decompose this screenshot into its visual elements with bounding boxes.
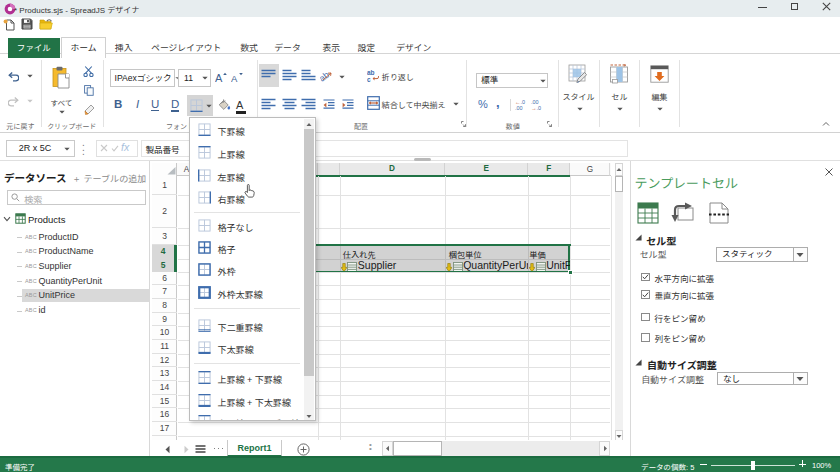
svg-text:ab: ab [320,70,331,82]
svg-text:c: c [367,76,371,83]
svg-text:A: A [231,73,238,84]
svg-text:A: A [215,72,223,84]
